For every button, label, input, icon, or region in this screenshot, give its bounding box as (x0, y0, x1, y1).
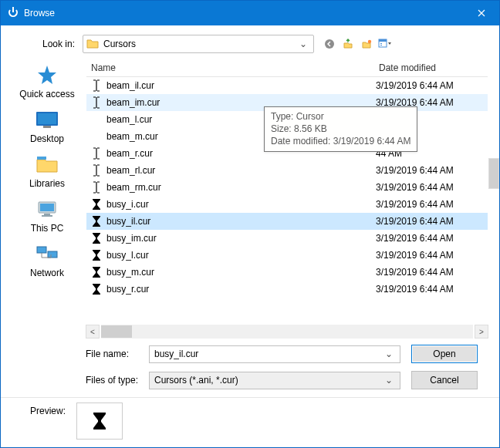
place-network[interactable]: Network (15, 240, 79, 280)
blank-icon (90, 113, 103, 126)
new-folder-button[interactable] (359, 36, 374, 52)
file-list: Name Date modified beam_il.cur3/19/2019 … (86, 58, 488, 323)
svg-rect-13 (40, 204, 54, 211)
file-date: 3/19/2019 6:44 AM (376, 216, 488, 227)
filename-input[interactable]: busy_il.cur ⌄ (149, 345, 400, 363)
file-list-area: Name Date modified beam_il.cur3/19/2019 … (86, 58, 488, 397)
client-area: Look in: Cursors ⌄ Quick access (1, 25, 499, 447)
ibeam-icon (90, 163, 103, 177)
ibeam-icon (90, 147, 103, 160)
file-name: busy_m.cur (106, 267, 376, 278)
vertical-scrollbar-thumb[interactable] (488, 158, 499, 189)
svg-point-2 (368, 40, 371, 43)
file-row[interactable]: busy_im.cur3/19/2019 6:44 AM (86, 230, 488, 247)
open-button[interactable]: Open (411, 345, 478, 363)
svg-rect-16 (37, 247, 46, 253)
list-body[interactable]: beam_il.cur3/19/2019 6:44 AMbeam_im.cur3… (86, 77, 488, 308)
hourglass-icon (90, 248, 103, 262)
scroll-right-button[interactable]: > (475, 325, 488, 339)
body-row: Quick access Desktop Libraries This PC N… (1, 58, 499, 397)
list-header[interactable]: Name Date modified (86, 59, 488, 77)
file-tooltip: Type: Cursor Size: 8.56 KB Date modified… (264, 106, 417, 152)
file-name: busy_i.cur (106, 199, 376, 210)
file-date: 3/19/2019 6:44 AM (376, 284, 488, 295)
file-row[interactable]: busy_r.cur3/19/2019 6:44 AM (86, 281, 488, 298)
preview-box (76, 403, 123, 440)
file-row[interactable]: beam_rm.cur3/19/2019 6:44 AM (86, 179, 488, 196)
ibeam-icon (90, 79, 103, 93)
scroll-thumb[interactable] (101, 325, 132, 338)
svg-rect-9 (38, 113, 56, 124)
file-date: 3/19/2019 6:44 AM (376, 182, 488, 193)
desktop-icon (33, 107, 61, 132)
back-button[interactable] (322, 36, 337, 52)
window-title: Browse (24, 8, 464, 19)
scroll-track[interactable] (101, 325, 473, 339)
network-icon (33, 241, 61, 266)
hourglass-icon (90, 231, 103, 245)
file-name: beam_il.cur (106, 80, 376, 91)
svg-rect-11 (37, 157, 46, 160)
svg-rect-0 (12, 7, 14, 12)
file-name: busy_im.cur (106, 233, 376, 244)
file-row[interactable]: busy_m.cur3/19/2019 6:44 AM (86, 264, 488, 281)
file-name: busy_r.cur (106, 284, 376, 295)
app-icon (7, 7, 19, 19)
file-row[interactable]: busy_i.cur3/19/2019 6:44 AM (86, 196, 488, 213)
folder-combo[interactable]: Cursors ⌄ (83, 35, 314, 53)
hourglass-icon (92, 411, 107, 431)
file-date: 3/19/2019 6:44 AM (376, 233, 488, 244)
filter-label: Files of type: (86, 375, 149, 386)
file-date: 3/19/2019 6:44 AM (376, 199, 488, 210)
hourglass-icon (90, 282, 103, 296)
file-row[interactable]: beam_il.cur3/19/2019 6:44 AM (86, 77, 488, 94)
hourglass-icon (90, 197, 103, 211)
blank-icon (90, 130, 103, 143)
horizontal-scrollbar[interactable]: < > (86, 325, 488, 339)
svg-rect-15 (42, 215, 52, 217)
preview-label: Preview: (12, 403, 73, 416)
file-row[interactable]: beam_rl.cur3/19/2019 6:44 AM (86, 162, 488, 179)
svg-rect-6 (380, 45, 382, 45)
scroll-left-button[interactable]: < (86, 325, 100, 339)
look-in-label: Look in: (12, 39, 83, 49)
place-quick-access[interactable]: Quick access (15, 61, 79, 101)
place-this-pc[interactable]: This PC (15, 195, 79, 235)
chevron-down-icon: ⌄ (296, 39, 310, 49)
svg-rect-5 (380, 43, 382, 44)
preview-row: Preview: (1, 397, 499, 447)
file-row[interactable]: busy_il.cur3/19/2019 6:44 AM (86, 213, 488, 230)
svg-rect-10 (43, 126, 51, 128)
up-one-level-button[interactable] (340, 36, 356, 52)
svg-marker-7 (38, 66, 56, 84)
toolbar-icons (322, 36, 393, 52)
file-date: 3/19/2019 6:44 AM (376, 165, 488, 176)
title-bar: Browse (1, 1, 499, 25)
hourglass-icon (90, 265, 103, 279)
file-name: beam_rl.cur (106, 165, 376, 176)
view-menu-button[interactable] (377, 36, 393, 52)
browse-dialog: Browse Look in: Cursors ⌄ (0, 0, 500, 448)
svg-point-1 (325, 39, 334, 49)
svg-rect-17 (48, 251, 57, 258)
folder-name: Cursors (103, 39, 296, 49)
ibeam-icon (90, 96, 103, 109)
quick-access-icon (33, 62, 61, 87)
folder-icon (86, 38, 99, 50)
file-date: 3/19/2019 6:44 AM (376, 80, 488, 91)
ibeam-icon (90, 180, 103, 194)
header-name[interactable]: Name (86, 62, 376, 73)
cancel-button[interactable]: Cancel (411, 371, 478, 389)
svg-rect-4 (379, 39, 387, 42)
file-row[interactable]: busy_l.cur3/19/2019 6:44 AM (86, 247, 488, 264)
close-button[interactable] (464, 1, 499, 25)
file-date: 3/19/2019 6:44 AM (376, 250, 488, 261)
filter-combo[interactable]: Cursors (*.ani, *.cur) ⌄ (149, 372, 400, 389)
this-pc-icon (33, 197, 61, 221)
place-desktop[interactable]: Desktop (15, 106, 79, 146)
header-date[interactable]: Date modified (376, 62, 488, 73)
place-libraries[interactable]: Libraries (15, 150, 79, 190)
file-name: beam_rm.cur (106, 182, 376, 193)
file-name: busy_l.cur (106, 250, 376, 261)
file-date: 3/19/2019 6:44 AM (376, 267, 488, 278)
